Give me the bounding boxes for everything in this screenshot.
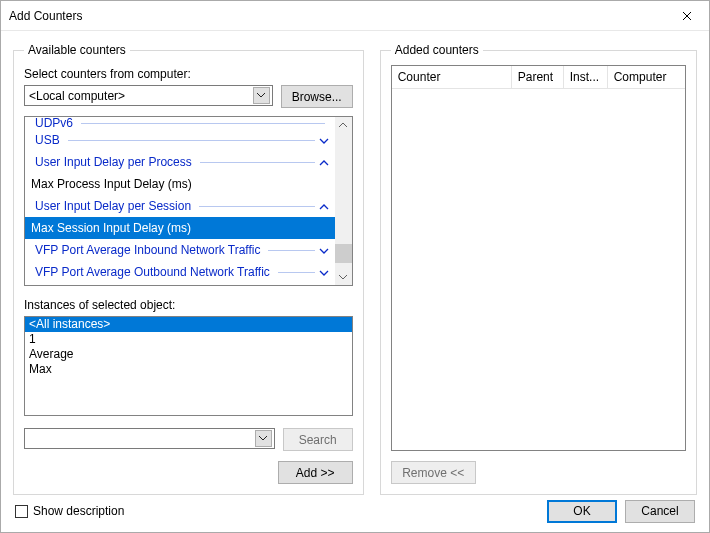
- add-counters-dialog: Add Counters Available counters Select c…: [0, 0, 710, 533]
- counter-list-scrollbar[interactable]: [335, 117, 352, 285]
- counter-label: Max Session Input Delay (ms): [31, 221, 329, 235]
- left-column: Available counters Select counters from …: [13, 43, 364, 495]
- computer-row: <Local computer> Browse...: [24, 85, 353, 108]
- bottom-row: Show description OK Cancel: [13, 495, 697, 529]
- divider: [81, 123, 325, 124]
- instances-list[interactable]: <All instances> 1 Average Max: [24, 316, 353, 416]
- scroll-track[interactable]: [335, 134, 352, 268]
- counter-label: USB: [35, 133, 60, 147]
- right-column: Added counters Counter Parent Inst... Co…: [380, 43, 697, 495]
- table-header: Counter Parent Inst... Computer: [392, 66, 685, 89]
- search-combo-button[interactable]: [255, 430, 272, 447]
- counter-list[interactable]: UDPv6 USB User Input Delay per Process: [25, 117, 335, 285]
- divider: [200, 162, 315, 163]
- search-combo[interactable]: [24, 428, 275, 449]
- ok-button[interactable]: OK: [547, 500, 617, 523]
- available-counters-legend: Available counters: [24, 43, 130, 57]
- instance-item-max[interactable]: Max: [25, 362, 352, 377]
- computer-label: Select counters from computer:: [24, 67, 353, 81]
- show-description-label: Show description: [33, 504, 124, 518]
- divider: [268, 250, 314, 251]
- chevron-up-icon: [319, 155, 329, 169]
- col-parent[interactable]: Parent: [512, 66, 564, 88]
- close-button[interactable]: [664, 1, 709, 30]
- counter-category-usb[interactable]: USB: [25, 129, 335, 151]
- counter-label: User Input Delay per Session: [35, 199, 191, 213]
- search-row: Search: [24, 428, 353, 451]
- chevron-down-icon: [319, 265, 329, 279]
- chevron-down-icon: [319, 243, 329, 257]
- added-counters-table[interactable]: Counter Parent Inst... Computer: [391, 65, 686, 451]
- computer-combo-button[interactable]: [253, 87, 270, 104]
- window-title: Add Counters: [9, 9, 664, 23]
- counter-label: User Input Delay per Process: [35, 155, 192, 169]
- added-counters-group: Added counters Counter Parent Inst... Co…: [380, 43, 697, 495]
- close-icon: [682, 11, 692, 21]
- chevron-up-icon: [339, 123, 347, 128]
- computer-combo-value: <Local computer>: [29, 89, 253, 103]
- scroll-down-button[interactable]: [335, 268, 352, 285]
- counter-category-vfp-inbound[interactable]: VFP Port Average Inbound Network Traffic: [25, 239, 335, 261]
- titlebar: Add Counters: [1, 1, 709, 31]
- counter-item-max-session-delay[interactable]: Max Session Input Delay (ms): [25, 217, 335, 239]
- instance-item-1[interactable]: 1: [25, 332, 352, 347]
- search-button[interactable]: Search: [283, 428, 353, 451]
- columns: Available counters Select counters from …: [13, 43, 697, 495]
- col-counter[interactable]: Counter: [392, 66, 512, 88]
- divider: [68, 140, 315, 141]
- counter-label: Max Process Input Delay (ms): [31, 177, 329, 191]
- chevron-down-icon: [339, 274, 347, 279]
- counter-item-max-process-delay[interactable]: Max Process Input Delay (ms): [25, 173, 335, 195]
- instance-item-average[interactable]: Average: [25, 347, 352, 362]
- scroll-up-button[interactable]: [335, 117, 352, 134]
- checkbox-icon: [15, 505, 28, 518]
- instances-label: Instances of selected object:: [24, 298, 353, 312]
- chevron-up-icon: [319, 199, 329, 213]
- counter-label: VFP Port Average Outbound Network Traffi…: [35, 265, 270, 279]
- show-description-checkbox[interactable]: Show description: [15, 504, 124, 518]
- remove-row: Remove <<: [391, 461, 686, 484]
- scroll-thumb[interactable]: [335, 244, 352, 263]
- browse-button[interactable]: Browse...: [281, 85, 353, 108]
- counter-label: UDPv6: [35, 117, 73, 130]
- chevron-down-icon: [319, 133, 329, 147]
- dialog-buttons: OK Cancel: [547, 500, 695, 523]
- chevron-down-icon: [259, 436, 267, 441]
- counter-list-container: UDPv6 USB User Input Delay per Process: [24, 116, 353, 286]
- divider: [278, 272, 315, 273]
- dialog-body: Available counters Select counters from …: [1, 31, 709, 533]
- counter-label: VFP Port Average Inbound Network Traffic: [35, 243, 260, 257]
- chevron-down-icon: [257, 93, 265, 98]
- col-computer[interactable]: Computer: [608, 66, 685, 88]
- divider: [199, 206, 315, 207]
- cancel-button[interactable]: Cancel: [625, 500, 695, 523]
- added-counters-legend: Added counters: [391, 43, 483, 57]
- counter-category-udpv6[interactable]: UDPv6: [25, 117, 335, 129]
- counter-category-vfp-outbound[interactable]: VFP Port Average Outbound Network Traffi…: [25, 261, 335, 283]
- computer-combo[interactable]: <Local computer>: [24, 85, 273, 106]
- counter-category-uid-session[interactable]: User Input Delay per Session: [25, 195, 335, 217]
- instance-item-all[interactable]: <All instances>: [25, 317, 352, 332]
- remove-button[interactable]: Remove <<: [391, 461, 476, 484]
- add-button[interactable]: Add >>: [278, 461, 353, 484]
- available-counters-group: Available counters Select counters from …: [13, 43, 364, 495]
- add-row: Add >>: [24, 461, 353, 484]
- col-inst[interactable]: Inst...: [564, 66, 608, 88]
- counter-category-uid-process[interactable]: User Input Delay per Process: [25, 151, 335, 173]
